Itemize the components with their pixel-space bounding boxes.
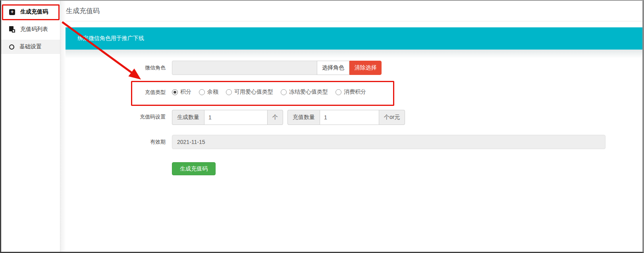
recharge-qty-prefix: 充值数量 (287, 110, 320, 125)
sidebar-item-label: 生成充值码 (20, 8, 48, 15)
title-divider (66, 21, 642, 21)
generate-qty-suffix: 个 (268, 110, 283, 125)
radio-icon (199, 89, 205, 95)
validity-row: 有效期 (66, 135, 642, 149)
radio-icon (335, 89, 341, 95)
copy-icon (9, 26, 15, 33)
panel-banner: 绑定微信角色用于推广下线 (66, 27, 642, 50)
sidebar-item-basic-settings[interactable]: 基础设置 (1, 40, 60, 54)
radio-label: 可用爱心值类型 (234, 88, 273, 96)
panel-shadow (66, 50, 642, 58)
radio-label: 余额 (207, 88, 218, 96)
sidebar-item-label: 充值码列表 (20, 26, 48, 33)
wechat-role-label: 微信角色 (66, 61, 172, 75)
wechat-role-row: 微信角色 选择角色 清除选择 (66, 61, 642, 75)
recharge-qty-group: 充值数量 个or元 (287, 110, 405, 125)
generate-code-button[interactable]: 生成充值码 (172, 162, 216, 175)
panel-banner-text: 绑定微信角色用于推广下线 (77, 35, 144, 42)
recharge-type-label: 充值类型 (66, 88, 172, 96)
recharge-code-form: 微信角色 选择角色 清除选择 充值类型 积分 余额 (66, 61, 642, 175)
recharge-type-row: 充值类型 积分 余额 可用爱心值类型 (66, 88, 642, 96)
validity-date-input[interactable] (172, 135, 605, 149)
clear-selection-button[interactable]: 清除选择 (349, 61, 382, 75)
wechat-role-input[interactable] (172, 61, 317, 75)
select-role-button[interactable]: 选择角色 (317, 61, 349, 75)
radio-icon (172, 89, 178, 95)
generate-qty-group: 生成数量 个 (172, 110, 283, 125)
sidebar-item-label: 基础设置 (19, 43, 42, 50)
generate-qty-prefix: 生成数量 (172, 110, 204, 125)
recharge-qty-input[interactable] (320, 110, 379, 125)
recharge-qty-suffix: 个or元 (379, 110, 405, 125)
radio-available-love-value[interactable]: 可用爱心值类型 (226, 88, 273, 96)
radio-balance[interactable]: 余额 (199, 88, 218, 96)
recharge-type-options: 积分 余额 可用爱心值类型 冻结爱心值类型 (172, 88, 374, 96)
code-settings-label: 充值码设置 (66, 110, 172, 124)
circle-icon (9, 44, 14, 50)
radio-label: 冻结爱心值类型 (289, 88, 328, 96)
submit-row: 生成充值码 (66, 162, 642, 175)
radio-label: 积分 (180, 88, 191, 96)
plus-square-icon: + (9, 9, 15, 15)
radio-consume-points[interactable]: 消费积分 (335, 88, 366, 96)
radio-points[interactable]: 积分 (172, 88, 191, 96)
sidebar: + 生成充值码 充值码列表 基础设置 (1, 1, 60, 252)
radio-frozen-love-value[interactable]: 冻结爱心值类型 (281, 88, 328, 96)
app-window: + 生成充值码 充值码列表 基础设置 生成充值码 绑定微信角色用于推广下线 微信… (1, 1, 642, 252)
sidebar-item-code-list[interactable]: 充值码列表 (1, 22, 60, 36)
main-content: 生成充值码 绑定微信角色用于推广下线 微信角色 选择角色 清除选择 充值类型 (60, 1, 642, 252)
validity-label: 有效期 (66, 135, 172, 149)
code-settings-row: 充值码设置 生成数量 个 充值数量 个or元 (66, 110, 642, 125)
radio-icon (226, 89, 232, 95)
sidebar-item-generate-code[interactable]: + 生成充值码 (1, 5, 60, 19)
radio-icon (281, 89, 287, 95)
radio-label: 消费积分 (344, 88, 366, 96)
generate-qty-input[interactable] (204, 110, 268, 125)
page-title: 生成充值码 (66, 6, 642, 15)
